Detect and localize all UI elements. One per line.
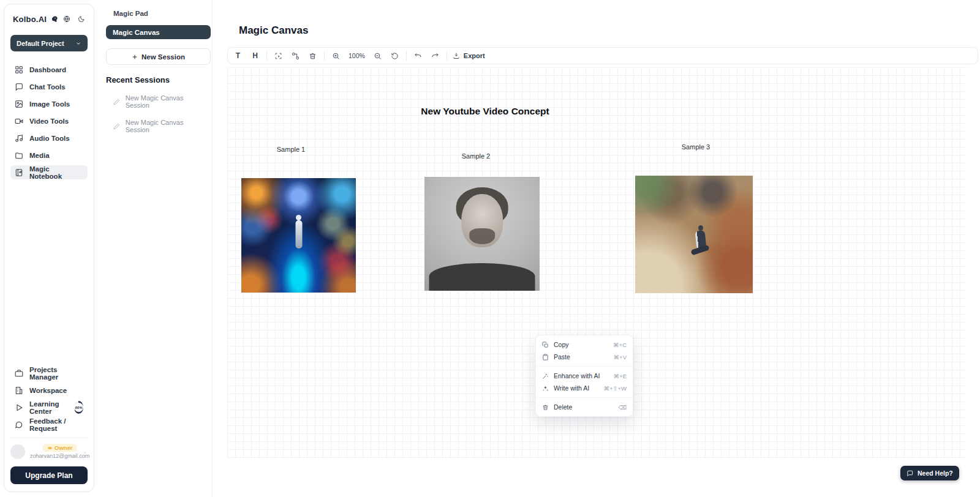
zoom-level[interactable]: 100% — [347, 52, 366, 59]
rotate-icon — [391, 52, 399, 60]
sidebar-item-learning-center[interactable]: Learning Center 66% — [10, 400, 88, 414]
globe-icon[interactable] — [63, 15, 70, 23]
select-tool-button[interactable] — [273, 50, 284, 62]
sidebar-item-magic-notebook[interactable]: Magic Notebook — [10, 165, 88, 179]
project-selector[interactable]: Default Project — [10, 35, 88, 51]
session-item-label: New Magic Canvas Session — [126, 94, 207, 109]
sample-1-image[interactable] — [241, 178, 356, 293]
sparkles-icon — [542, 385, 549, 392]
menu-item-shortcut: ⌘+E — [614, 373, 627, 379]
user-account-row[interactable]: Owner zoharvan12@gmail.com — [10, 438, 88, 459]
page: Kolbo.AI Default Project Dashboard — [0, 0, 980, 497]
sample-1-label[interactable]: Sample 1 — [277, 146, 305, 153]
app-logo: Kolbo.AI — [13, 15, 47, 24]
session-list-item[interactable]: New Magic Canvas Session — [106, 119, 207, 133]
recent-sessions-heading: Recent Sessions — [106, 75, 207, 84]
avatar — [10, 444, 25, 459]
context-menu-copy[interactable]: Copy ⌘+C — [536, 338, 633, 351]
undo-button[interactable] — [412, 50, 424, 62]
menu-item-label: Paste — [554, 353, 570, 361]
text-tool-button[interactable]: T — [232, 50, 244, 62]
folder-icon — [15, 151, 23, 160]
need-help-label: Need Help? — [918, 469, 953, 477]
new-session-button[interactable]: New Session — [106, 48, 211, 65]
lasso-select-icon — [274, 52, 282, 60]
sessions-panel: Magic Pad Magic Canvas New Session Recen… — [96, 0, 213, 497]
export-button[interactable]: Export — [453, 52, 485, 59]
sidebar-spacer — [10, 179, 88, 355]
canvas-heading[interactable]: New Youtube Video Concept — [421, 106, 549, 117]
sample-2-label[interactable]: Sample 2 — [462, 152, 490, 160]
user-email: zoharvan12@gmail.com — [30, 453, 89, 459]
new-session-label: New Session — [141, 53, 185, 61]
zoom-in-icon — [332, 52, 340, 60]
connector-tool-button[interactable] — [290, 50, 301, 62]
sidebar-item-label: Dashboard — [29, 66, 66, 73]
canvas-grid[interactable]: New Youtube Video Concept Sample 1 Sampl… — [227, 67, 966, 458]
sidebar-item-projects-manager[interactable]: Projects Manager — [10, 366, 88, 380]
toolbar-divider — [447, 51, 447, 61]
connector-icon — [292, 52, 300, 60]
session-list-item[interactable]: New Magic Canvas Session — [106, 94, 207, 109]
sidebar-item-media[interactable]: Media — [10, 148, 88, 162]
sidebar-item-audio-tools[interactable]: Audio Tools — [10, 131, 88, 145]
upgrade-plan-button[interactable]: Upgrade Plan — [10, 466, 88, 484]
notebook-icon — [15, 168, 23, 177]
context-menu-write-with-ai[interactable]: Write with AI ⌘+⇧+W — [536, 382, 633, 394]
sample-3-image[interactable] — [635, 176, 753, 293]
sidebar-item-label: Image Tools — [29, 100, 70, 108]
pencil-icon — [113, 123, 120, 130]
crown-icon — [47, 445, 53, 450]
sidebar-item-video-tools[interactable]: Video Tools — [10, 114, 88, 128]
sidebar-item-label: Audio Tools — [29, 135, 70, 142]
menu-divider — [536, 397, 633, 398]
zoom-out-icon — [374, 52, 382, 60]
owner-badge: Owner — [42, 444, 78, 452]
moon-icon[interactable] — [78, 15, 85, 23]
zoom-in-button[interactable] — [330, 50, 342, 62]
chat-icon — [15, 83, 23, 91]
session-item-label: New Magic Canvas Session — [126, 119, 207, 133]
sample-3-label[interactable]: Sample 3 — [682, 143, 710, 151]
sidebar: Kolbo.AI Default Project Dashboard — [4, 4, 94, 492]
sidebar-item-dashboard[interactable]: Dashboard — [10, 62, 88, 77]
canvas-toolbar: T H 100% — [227, 47, 978, 64]
chat-icon — [907, 470, 913, 477]
video-icon — [15, 117, 23, 125]
redo-button[interactable] — [429, 50, 441, 62]
magic-pad-item[interactable]: Magic Pad — [106, 10, 207, 17]
context-menu-enhance-with-ai[interactable]: Enhance with AI ⌘+E — [536, 370, 633, 382]
sitting-figure — [690, 225, 709, 275]
need-help-button[interactable]: Need Help? — [900, 466, 959, 480]
reset-view-button[interactable] — [389, 50, 401, 62]
trash-icon — [542, 404, 549, 411]
sample-2-image[interactable] — [424, 177, 540, 291]
briefcase-icon — [15, 369, 23, 378]
heading-tool-button[interactable]: H — [249, 50, 261, 62]
music-icon — [15, 134, 23, 143]
portrait-face — [461, 194, 503, 247]
sidebar-item-image-tools[interactable]: Image Tools — [10, 97, 88, 111]
magic-canvas-item[interactable]: Magic Canvas — [106, 25, 211, 39]
sidebar-item-feedback-request[interactable]: Feedback / Request — [10, 417, 88, 432]
export-label: Export — [464, 52, 485, 59]
top-icon-group — [63, 15, 85, 23]
sidebar-item-label: Video Tools — [29, 118, 69, 125]
dashboard-icon — [15, 65, 23, 74]
redo-icon — [431, 52, 439, 60]
feedback-icon — [15, 420, 23, 429]
context-menu-delete[interactable]: Delete ⌫ — [536, 401, 633, 413]
menu-item-label: Copy — [554, 341, 569, 348]
sidebar-nav: Dashboard Chat Tools Image Tools Video T… — [10, 62, 88, 179]
undo-icon — [414, 52, 422, 60]
page-title: Magic Canvas — [239, 24, 308, 37]
context-menu-paste[interactable]: Paste ⌘+V — [536, 351, 633, 363]
trash-icon — [309, 52, 317, 60]
sidebar-item-chat-tools[interactable]: Chat Tools — [10, 80, 88, 94]
sidebar-item-workspace[interactable]: Workspace — [10, 383, 88, 397]
delete-tool-button[interactable] — [307, 50, 318, 62]
building-icon — [15, 386, 23, 395]
menu-item-shortcut: ⌫ — [619, 404, 627, 411]
zoom-out-button[interactable] — [372, 50, 383, 62]
play-icon — [15, 403, 23, 412]
